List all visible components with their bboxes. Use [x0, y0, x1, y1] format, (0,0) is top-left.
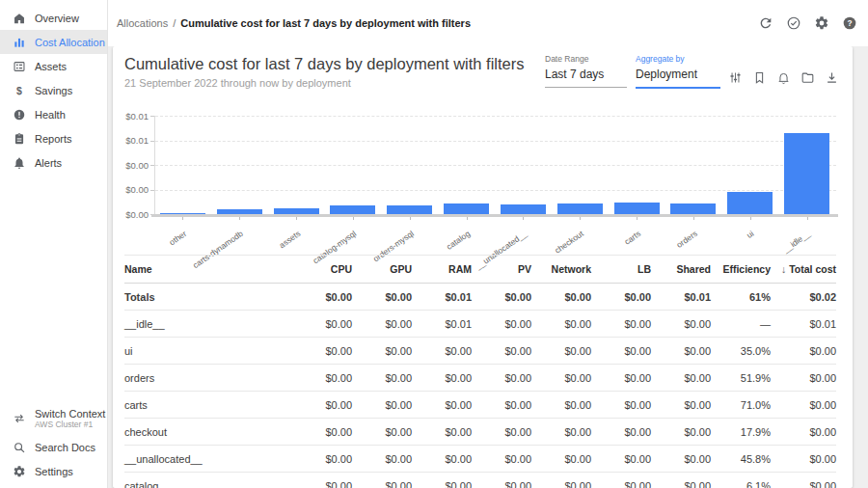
aggregate-by-value[interactable]: Deployment [636, 64, 720, 89]
report-card: Cumulative cost for last 7 days by deplo… [113, 46, 853, 488]
page-subtitle: 21 September 2022 through now by deploym… [124, 77, 351, 89]
table-row-ui[interactable]: ui$0.00$0.00$0.00$0.00$0.00$0.00$0.0035.… [124, 338, 836, 365]
bar-orders-mysql[interactable] [387, 205, 432, 214]
sidebar-item-label: Settings [35, 466, 73, 477]
help-icon[interactable]: ? [842, 15, 857, 31]
column-header-network[interactable]: Network [531, 256, 591, 284]
bar-slot [609, 116, 665, 214]
table-row-catalog[interactable]: catalog$0.00$0.00$0.00$0.00$0.00$0.00$0.… [124, 473, 836, 488]
sidebar-item-health[interactable]: Health [0, 102, 107, 126]
cell-gpu: $0.00 [352, 446, 412, 473]
x-tick-mark [693, 217, 694, 220]
cell-lb: $0.00 [591, 446, 651, 473]
sidebar-item-alerts[interactable]: Alerts [0, 150, 107, 175]
column-header-cpu[interactable]: CPU [292, 256, 352, 284]
column-header-total-cost[interactable]: ↓Total cost [771, 256, 836, 284]
cell-pv: $0.00 [472, 419, 531, 446]
column-header-ram[interactable]: RAM [412, 256, 472, 284]
cell-lb: $0.00 [591, 284, 651, 311]
breadcrumb: Allocations/Cumulative cost for last 7 d… [108, 17, 758, 29]
column-header-efficiency[interactable]: Efficiency [711, 256, 771, 284]
bell-icon[interactable] [776, 70, 791, 85]
cell-efficiency: 45.8% [711, 446, 771, 473]
x-tick-label: __idle__ [781, 229, 812, 255]
gear-icon[interactable] [814, 15, 829, 31]
sidebar-item-reports[interactable]: Reports [0, 126, 107, 150]
bar-ui[interactable] [727, 192, 773, 214]
folder-icon[interactable] [800, 70, 815, 85]
bar-catalog[interactable] [444, 203, 489, 214]
health-icon [13, 108, 26, 122]
content-area: Cumulative cost for last 7 days by deplo… [108, 46, 868, 488]
bookmark-icon[interactable] [752, 70, 767, 85]
cell-gpu: $0.00 [352, 419, 412, 446]
x-tick-mark [182, 217, 183, 220]
cell-name: Totals [124, 284, 292, 311]
bar-__unallocated__[interactable] [501, 204, 546, 214]
cell-shared: $0.00 [651, 419, 711, 446]
cell-shared: $0.01 [651, 284, 711, 311]
sidebar-item-label: Health [35, 109, 66, 121]
column-header-gpu[interactable]: GPU [352, 256, 412, 284]
x-tick-mark [296, 217, 297, 220]
cell-network: $0.00 [531, 311, 591, 338]
table-row-__unallocated__[interactable]: __unallocated__$0.00$0.00$0.00$0.00$0.00… [124, 446, 836, 473]
x-tick-mark [807, 217, 808, 220]
page-title: Cumulative cost for last 7 days by deplo… [124, 55, 525, 73]
breadcrumb-parent[interactable]: Allocations [117, 17, 168, 29]
sidebar-item-switch-context[interactable]: Switch Context AWS Cluster #1 [0, 402, 107, 435]
sidebar-item-label: Assets [35, 61, 67, 72]
cell-efficiency: 51.9% [711, 365, 771, 392]
cell-lb: $0.00 [591, 365, 651, 392]
bar-carts[interactable] [614, 203, 660, 214]
bar-__idle__[interactable] [784, 133, 829, 214]
cell-lb: $0.00 [591, 392, 651, 419]
tune-icon[interactable] [728, 70, 743, 85]
sidebar-item-assets[interactable]: Assets [0, 54, 107, 78]
table-row-orders[interactable]: orders$0.00$0.00$0.00$0.00$0.00$0.00$0.0… [124, 365, 836, 392]
table-row-checkout[interactable]: checkout$0.00$0.00$0.00$0.00$0.00$0.00$0… [124, 419, 836, 446]
date-range-select[interactable]: Date Range Last 7 days [545, 54, 627, 88]
table-row-Totals[interactable]: Totals$0.00$0.00$0.01$0.00$0.00$0.00$0.0… [124, 284, 836, 311]
column-header-shared[interactable]: Shared [651, 256, 711, 284]
bar-checkout[interactable] [557, 203, 603, 214]
bar-slot [381, 116, 438, 214]
table-row-__idle__[interactable]: __idle__$0.00$0.00$0.01$0.00$0.00$0.00$0… [124, 311, 836, 338]
x-tick-mark [239, 217, 240, 220]
cell-gpu: $0.00 [352, 365, 412, 392]
cell-efficiency: 61% [711, 284, 771, 311]
cell-network: $0.00 [531, 392, 591, 419]
sidebar-item-label: Overview [35, 13, 79, 24]
table-row-carts[interactable]: carts$0.00$0.00$0.00$0.00$0.00$0.00$0.00… [124, 392, 836, 419]
cell-cpu: $0.00 [292, 419, 352, 446]
sidebar-item-overview[interactable]: Overview [0, 6, 107, 30]
column-header-lb[interactable]: LB [591, 256, 651, 284]
cell-gpu: $0.00 [352, 338, 412, 365]
column-header-pv[interactable]: PV [472, 256, 531, 284]
bar-slot [154, 116, 211, 214]
refresh-icon[interactable] [758, 15, 773, 31]
bar-catalog-mysql[interactable] [330, 205, 375, 214]
bar-chart-icon [13, 36, 26, 49]
sidebar-item-savings[interactable]: $ Savings [0, 78, 107, 102]
sidebar-item-label: Reports [35, 133, 72, 145]
alerts-icon [13, 156, 26, 170]
y-tick-label: $0.00 [113, 184, 149, 195]
cell-cpu: $0.00 [292, 473, 352, 488]
sidebar-item-cost-allocation[interactable]: Cost Allocation [0, 30, 107, 54]
bar-chart: $0.01$0.01$0.00$0.00$0.00 othercarts-dyn… [113, 108, 853, 255]
check-circle-icon[interactable] [786, 15, 801, 31]
sidebar-item-settings[interactable]: Settings [0, 459, 107, 483]
cell-lb: $0.00 [591, 311, 651, 338]
download-icon[interactable] [825, 70, 839, 85]
bar-orders[interactable] [670, 203, 716, 214]
swap-arrows-icon [13, 412, 26, 425]
aggregate-by-select[interactable]: Aggregate by Deployment [636, 54, 720, 89]
sidebar-item-search-docs[interactable]: Search Docs [0, 435, 107, 459]
date-range-value[interactable]: Last 7 days [545, 64, 627, 88]
x-tick-label: catalog [445, 229, 472, 252]
cell-total-cost: $0.00 [771, 473, 836, 488]
bar-slot [438, 116, 495, 214]
column-header-name[interactable]: Name [124, 256, 292, 284]
cell-ram: $0.00 [412, 338, 472, 365]
